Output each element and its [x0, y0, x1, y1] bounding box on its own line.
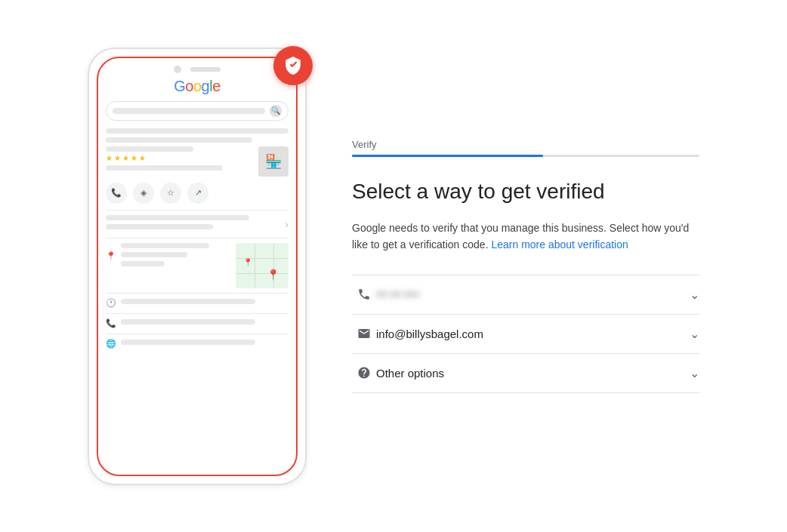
phone-top-bar	[98, 58, 296, 78]
verification-options: ••• ••• •••• ⌄ info@billysbagel.com ⌄	[352, 275, 699, 393]
more-line-2	[106, 224, 213, 229]
phone-speaker	[190, 67, 221, 72]
website-row: 🌐	[106, 339, 289, 349]
phone-search-bar: 🔍	[106, 101, 289, 121]
action-map-icon: ◈	[133, 183, 154, 204]
phone-inner: Google 🔍	[97, 57, 298, 476]
map-grid-h2	[236, 273, 289, 274]
chevron-right-icon: ›	[285, 218, 289, 230]
action-share-icon: ↗	[187, 183, 208, 204]
phone-mockup: Google 🔍	[88, 48, 307, 485]
divider-4	[106, 313, 289, 314]
option-email-chevron: ⌄	[690, 327, 699, 341]
phone-result-card: ★ ★ ★ ★ ★ 🏪	[106, 146, 289, 204]
progress-track	[352, 155, 699, 157]
divider-3	[106, 293, 289, 294]
progress-bar-container: Verify	[352, 139, 699, 157]
map-thumbnail: 📍 📍	[236, 243, 289, 288]
phone-actions-row: 📞 ◈ ☆ ↗	[106, 183, 289, 204]
map-text-left: 📍	[106, 243, 231, 288]
globe-icon: 🌐	[106, 339, 116, 349]
store-thumbnail: 🏪	[258, 146, 289, 177]
phone-outer: Google 🔍	[88, 48, 307, 485]
clock-icon: 🕐	[106, 298, 116, 309]
google-logo: Google	[106, 78, 289, 95]
phone-icon-small: 📞	[106, 318, 116, 329]
divider-1	[106, 210, 289, 211]
skeleton-line-1	[106, 128, 289, 134]
address-line-2	[121, 252, 187, 257]
option-other-chevron: ⌄	[690, 366, 699, 380]
divider-2	[106, 238, 289, 238]
map-section: 📍	[106, 243, 289, 288]
map-grid-v2	[273, 243, 274, 288]
description-text: Google needs to verify that you manage t…	[352, 220, 699, 254]
map-pin-secondary: 📍	[243, 258, 252, 266]
option-phone[interactable]: ••• ••• •••• ⌄	[352, 275, 699, 315]
more-lines	[106, 215, 285, 233]
option-other-icon	[352, 366, 376, 380]
skeleton-line-2	[106, 137, 252, 143]
action-save-icon: ☆	[160, 183, 181, 204]
phone-line	[121, 319, 255, 324]
result-top: ★ ★ ★ ★ ★ 🏪	[106, 146, 289, 177]
address-line-1	[121, 243, 209, 248]
hours-line	[121, 299, 255, 304]
page-heading: Select a way to get verified	[352, 178, 699, 205]
hours-row: 🕐	[106, 298, 289, 309]
map-grid-v1	[255, 243, 255, 288]
result-title-skeleton	[106, 146, 193, 152]
map-pin-icon: 📍	[267, 269, 279, 281]
right-panel: Verify Select a way to get verified Goog…	[352, 139, 699, 392]
website-line	[121, 340, 255, 345]
option-other-text: Other options	[376, 367, 690, 380]
phone-search-icon: 🔍	[270, 105, 282, 117]
option-phone-icon	[352, 288, 376, 301]
action-call-icon: 📞	[106, 183, 127, 204]
option-phone-chevron: ⌄	[690, 288, 699, 302]
phone-screen-content: Google 🔍	[98, 78, 296, 349]
phone-camera	[174, 66, 181, 73]
result-sub-skeleton	[106, 165, 223, 171]
option-email[interactable]: info@billysbagel.com ⌄	[352, 315, 699, 354]
stars-row: ★ ★ ★ ★ ★	[106, 154, 252, 162]
option-email-text: info@billysbagel.com	[376, 328, 690, 340]
page-container: Google 🔍	[0, 17, 787, 515]
more-line-1	[106, 215, 249, 220]
map-location-row: 📍	[106, 243, 231, 270]
progress-label: Verify	[352, 139, 699, 150]
option-email-icon	[352, 327, 376, 340]
shield-icon	[283, 56, 303, 75]
phone-search-input-skeleton	[113, 108, 265, 114]
phone-row: 📞	[106, 318, 289, 329]
address-line-3	[121, 261, 165, 266]
progress-fill	[352, 155, 543, 157]
shield-badge	[273, 46, 313, 85]
learn-more-link[interactable]: Learn more about verification	[491, 238, 628, 251]
location-icon: 📍	[106, 251, 116, 262]
option-phone-text: ••• ••• ••••	[376, 288, 690, 300]
option-other[interactable]: Other options ⌄	[352, 354, 699, 393]
more-row: ›	[106, 215, 289, 233]
divider-5	[106, 334, 289, 334]
